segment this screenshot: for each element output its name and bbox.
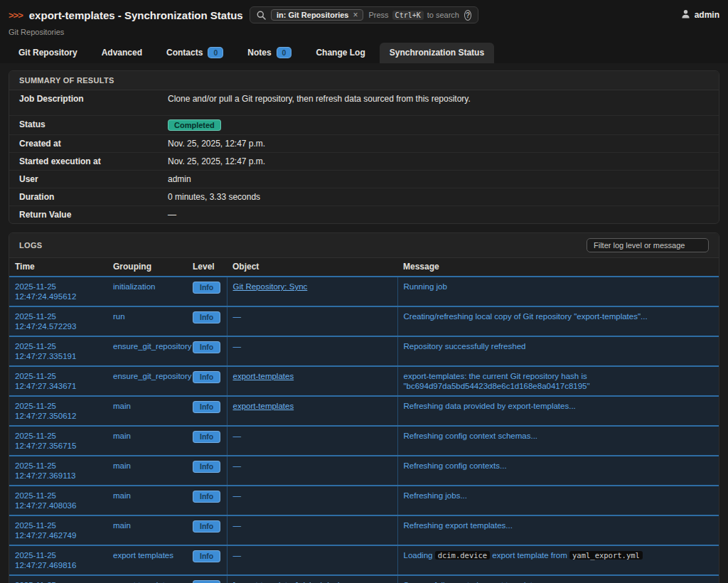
log-date: 2025-11-25 <box>15 341 102 351</box>
log-message-cell: Creating/refreshing local copy of Git re… <box>397 306 719 336</box>
user-name: admin <box>695 10 719 20</box>
tab-label: Contacts <box>166 48 203 58</box>
log-message-text: Refreshing config context schemas... <box>404 432 538 440</box>
summary-row-value: — <box>168 210 719 220</box>
log-message-code: yaml_export.yml <box>569 551 643 560</box>
log-message-cell: Repository successfully refreshed <box>397 336 719 366</box>
log-object-empty: — <box>233 521 242 530</box>
log-message-text: export template from <box>490 551 569 560</box>
log-grouping-cell: run <box>107 306 187 336</box>
log-object-cell: export-templates <box>227 366 397 396</box>
log-time: 12:47:24.495612 <box>15 292 102 301</box>
log-object-link[interactable]: export-templates <box>233 402 294 410</box>
logs-panel: LOGS TimeGroupingLevelObjectMessage 2025… <box>9 232 719 583</box>
summary-panel: SUMMARY OF RESULTS Job DescriptionClone … <box>9 70 719 224</box>
tab-label: Git Repository <box>18 48 77 58</box>
log-time-cell: 2025-11-2512:47:27.356715 <box>9 426 107 456</box>
nautobot-logo-icon[interactable]: >>> <box>9 10 23 21</box>
log-time-cell: 2025-11-2512:47:27.514636 <box>9 575 107 583</box>
log-row: 2025-11-2512:47:27.343671ensure_git_repo… <box>9 366 719 396</box>
log-level-cell: Info <box>187 336 227 366</box>
log-level-cell: Info <box>187 515 227 545</box>
log-time: 12:47:24.572293 <box>15 321 102 331</box>
log-object-cell: export-templates <box>227 396 397 426</box>
summary-row-value: Nov. 25, 2025, 12:47 p.m. <box>168 156 719 166</box>
status-badge: Completed <box>168 119 221 131</box>
logs-column-header-message: Message <box>397 258 719 277</box>
log-message-cell: Refreshing config contexts... <box>397 456 719 486</box>
summary-row-label: Status <box>9 119 168 129</box>
log-filter-input[interactable] <box>587 238 709 252</box>
search-icon <box>257 11 266 20</box>
tab-label: Notes <box>247 48 271 58</box>
log-object-cell: — <box>227 306 397 336</box>
user-menu[interactable]: admin <box>681 9 719 21</box>
log-time-cell: 2025-11-2512:47:27.469816 <box>9 545 107 575</box>
breadcrumb[interactable]: Git Repositories <box>9 28 64 36</box>
search-hint-suffix: to search <box>427 11 459 19</box>
summary-row-label: Created at <box>9 139 168 149</box>
summary-rows: Job DescriptionClone and/or pull a Git r… <box>9 90 719 223</box>
log-time: 12:47:27.356715 <box>15 441 102 451</box>
log-object-link[interactable]: Git Repository: Sync <box>233 282 308 291</box>
log-object-cell: — <box>227 545 397 575</box>
log-date: 2025-11-25 <box>15 431 102 441</box>
logs-column-header-object: Object <box>227 258 397 277</box>
log-message-cell: Refreshing config context schemas... <box>397 426 719 456</box>
log-date: 2025-11-25 <box>15 311 102 321</box>
log-message-cell: Successfully created export template <box>397 575 719 583</box>
log-level-badge: Info <box>193 401 220 413</box>
log-grouping-cell: main <box>107 396 187 426</box>
help-icon[interactable]: ? <box>464 10 471 21</box>
log-message-text: Running job <box>404 282 447 291</box>
summary-title: SUMMARY OF RESULTS <box>19 76 114 85</box>
brand-area: >>> export-templates - Synchronization S… <box>9 9 250 21</box>
logs-column-header-time: Time <box>9 258 107 277</box>
log-row: 2025-11-2512:47:27.462749mainInfo—Refres… <box>9 515 719 545</box>
chip-close-icon[interactable]: × <box>353 11 358 19</box>
log-message-text: Refreshing jobs... <box>404 491 468 500</box>
log-date: 2025-11-25 <box>15 550 102 560</box>
log-level-badge: Info <box>193 550 220 562</box>
log-time-cell: 2025-11-2512:47:24.572293 <box>9 306 107 336</box>
log-level-cell: Info <box>187 456 227 486</box>
search-hint: Press Ctrl+K to search <box>368 11 459 20</box>
tab-notes[interactable]: Notes0 <box>237 43 301 63</box>
log-time-cell: 2025-11-2512:47:27.408036 <box>9 486 107 515</box>
log-grouping-cell: ensure_git_repository <box>107 366 187 396</box>
tab-synchronization-status[interactable]: Synchronization Status <box>380 43 494 63</box>
log-grouping-cell: main <box>107 515 187 545</box>
log-row: 2025-11-2512:47:27.408036mainInfo—Refres… <box>9 486 719 515</box>
summary-row: Job DescriptionClone and/or pull a Git r… <box>9 90 719 115</box>
log-row: 2025-11-2512:47:27.356715mainInfo—Refres… <box>9 426 719 456</box>
log-date: 2025-11-25 <box>15 371 102 381</box>
log-level-cell: Info <box>187 486 227 515</box>
global-search-input[interactable]: in: Git Repositories × Press Ctrl+K to s… <box>250 6 478 23</box>
log-level-cell: Info <box>187 426 227 456</box>
log-message-text: Refreshing export templates... <box>404 521 513 530</box>
tab-change-log[interactable]: Change Log <box>306 43 375 63</box>
log-object-empty: — <box>233 551 242 560</box>
search-scope-chip[interactable]: in: Git Repositories × <box>271 9 363 21</box>
log-grouping-cell: initialization <box>107 277 187 306</box>
tab-advanced[interactable]: Advanced <box>92 43 152 63</box>
log-level-badge: Info <box>193 282 220 294</box>
log-level-cell: Info <box>187 277 227 306</box>
log-time-cell: 2025-11-2512:47:27.343671 <box>9 366 107 396</box>
log-row: 2025-11-2512:47:27.469816export template… <box>9 545 719 575</box>
log-object-empty: — <box>233 491 242 500</box>
summary-row: Return Value— <box>9 205 719 223</box>
log-level-badge: Info <box>193 311 220 323</box>
tab-git-repository[interactable]: Git Repository <box>9 43 87 63</box>
tab-contacts[interactable]: Contacts0 <box>156 43 233 63</box>
log-object-cell: — <box>227 336 397 366</box>
app-root: >>> export-templates - Synchronization S… <box>0 0 728 583</box>
tab-count-badge: 0 <box>277 47 292 58</box>
log-level-badge: Info <box>193 491 220 503</box>
summary-row: Created atNov. 25, 2025, 12:47 p.m. <box>9 134 719 152</box>
search-scope-label: in: Git Repositories <box>277 11 348 19</box>
log-time-cell: 2025-11-2512:47:27.369113 <box>9 456 107 486</box>
summary-row-value: 0 minutes, 3.33 seconds <box>168 192 719 202</box>
log-object-link[interactable]: export-templates <box>233 372 294 380</box>
tab-count-badge: 0 <box>208 47 223 58</box>
